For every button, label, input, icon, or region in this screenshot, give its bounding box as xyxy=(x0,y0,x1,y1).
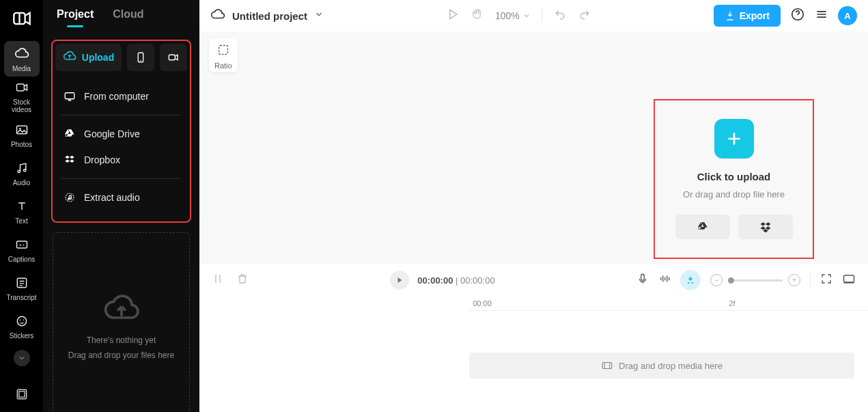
layout-button[interactable] xyxy=(842,272,856,288)
time-duration: 00:00:00 xyxy=(460,275,495,286)
hand-tool[interactable] xyxy=(471,8,484,24)
drive-upload-button[interactable] xyxy=(675,215,730,239)
google-drive-icon xyxy=(697,221,709,233)
svg-rect-15 xyxy=(169,55,175,60)
camera-icon xyxy=(167,51,180,64)
rail-audio[interactable]: Audio xyxy=(4,156,40,191)
rail-captions[interactable]: Captions xyxy=(4,232,40,268)
rail-expand-button[interactable] xyxy=(14,350,30,366)
mobile-icon xyxy=(135,51,147,64)
rail-text[interactable]: Text xyxy=(4,194,40,230)
transcript-icon xyxy=(15,276,29,292)
zoom-slider[interactable] xyxy=(728,279,783,281)
help-button[interactable] xyxy=(790,7,805,25)
project-title[interactable]: Untitled project xyxy=(232,10,307,22)
svg-rect-22 xyxy=(641,274,645,280)
split-button[interactable] xyxy=(212,273,224,288)
panel-dropzone[interactable]: There's nothing yet Drag and drop your f… xyxy=(53,232,190,412)
markers-button[interactable] xyxy=(658,273,671,288)
undo-button[interactable] xyxy=(553,8,567,24)
upload-label: Upload xyxy=(82,52,114,63)
rail-label: Stickers xyxy=(10,332,34,340)
captions-icon xyxy=(15,238,29,254)
export-button[interactable]: Export xyxy=(714,5,781,27)
ratio-button[interactable]: Ratio xyxy=(209,38,238,72)
drop-title: Click to upload xyxy=(697,171,771,182)
controls-center: 00:00:00 | 00:00:00 xyxy=(390,271,494,290)
zoom-out-button[interactable]: − xyxy=(710,274,723,286)
menu-item-dropbox[interactable]: Dropbox xyxy=(61,147,182,173)
extract-audio-icon xyxy=(64,191,76,204)
upload-button[interactable]: Upload xyxy=(55,44,122,71)
hamburger-button[interactable] xyxy=(815,8,828,24)
topbar-center: 100% xyxy=(446,8,591,24)
snap-toggle[interactable] xyxy=(680,270,701,290)
cloud-status-icon[interactable] xyxy=(210,7,225,25)
upload-record-button[interactable] xyxy=(160,44,187,71)
menu-item-from-computer[interactable]: From computer xyxy=(61,83,182,109)
plus-icon xyxy=(725,130,743,148)
svg-point-4 xyxy=(18,170,20,172)
drop-subtitle: Or drag and drop file here xyxy=(683,189,785,200)
avatar[interactable]: A xyxy=(838,6,857,25)
menu-item-google-drive[interactable]: Google Drive xyxy=(61,121,182,147)
svg-point-18 xyxy=(68,198,69,200)
zoom-dropdown[interactable]: 100% xyxy=(495,10,531,21)
upload-mobile-button[interactable] xyxy=(127,44,154,71)
timeline-ruler[interactable]: 00:00 2f 4f xyxy=(199,297,868,310)
svg-rect-2 xyxy=(16,126,27,134)
app-logo[interactable] xyxy=(9,5,35,31)
rail-stock-videos[interactable]: Stock videos xyxy=(4,79,40,115)
rail-workspace-button[interactable] xyxy=(15,387,29,404)
timeline-dropzone[interactable]: Drag and drop media here xyxy=(469,353,854,379)
menu-item-extract-audio[interactable]: Extract audio xyxy=(61,184,182,210)
rail-stickers[interactable]: Stickers xyxy=(4,309,40,344)
controls-right: − + xyxy=(636,270,856,290)
svg-point-5 xyxy=(23,169,25,171)
menu-label: Extract audio xyxy=(84,192,140,203)
menu-label: Dropbox xyxy=(84,154,120,165)
sticker-icon xyxy=(15,314,29,331)
preview-stage: Ratio Click to upload Or drag and drop f… xyxy=(199,31,868,264)
cloud-buttons xyxy=(675,215,793,239)
rail-label: Captions xyxy=(8,256,35,263)
magnet-icon xyxy=(685,275,696,286)
tab-project[interactable]: Project xyxy=(57,8,94,27)
topbar: Untitled project 100% Export A xyxy=(199,0,868,31)
text-icon xyxy=(15,200,29,216)
svg-rect-1 xyxy=(16,84,24,91)
ratio-icon xyxy=(216,42,231,60)
upload-plus-button[interactable] xyxy=(714,119,754,159)
delete-button[interactable] xyxy=(236,273,249,288)
chevron-down-icon xyxy=(522,12,531,20)
dropbox-upload-button[interactable] xyxy=(738,215,793,239)
tab-cloud[interactable]: Cloud xyxy=(113,8,143,27)
rail-media[interactable]: Media xyxy=(4,41,40,77)
media-icon xyxy=(601,359,613,372)
chevron-down-icon xyxy=(314,10,324,19)
cursor-tool[interactable] xyxy=(446,8,460,24)
title-dropdown[interactable] xyxy=(314,10,324,22)
play-button[interactable] xyxy=(390,271,409,290)
canvas-dropzone[interactable]: Click to upload Or drag and drop file he… xyxy=(654,99,814,259)
divider xyxy=(810,273,811,287)
upload-menu: From computer Google Drive Dropbox Extra… xyxy=(55,75,187,219)
fullscreen-button[interactable] xyxy=(820,273,832,288)
zoom-in-button[interactable]: + xyxy=(788,274,800,286)
upload-block-highlight: Upload From computer Google Drive xyxy=(51,40,191,223)
rail-photos[interactable]: Photos xyxy=(4,118,40,153)
timeline-placeholder-label: Drag and drop media here xyxy=(619,361,723,371)
google-drive-icon xyxy=(64,128,76,140)
svg-point-14 xyxy=(140,60,141,61)
zoom-value: 100% xyxy=(495,10,520,21)
rail-label: Media xyxy=(12,65,31,72)
rail-label: Photos xyxy=(11,141,32,148)
voiceover-button[interactable] xyxy=(636,273,649,288)
dropbox-icon xyxy=(759,221,772,233)
svg-rect-21 xyxy=(219,46,227,55)
export-label: Export xyxy=(740,10,770,21)
redo-button[interactable] xyxy=(578,8,591,24)
svg-point-19 xyxy=(70,197,71,199)
rail-transcript[interactable]: Transcript xyxy=(4,271,40,306)
empty-line2: Drag and drop your files here xyxy=(68,351,174,360)
